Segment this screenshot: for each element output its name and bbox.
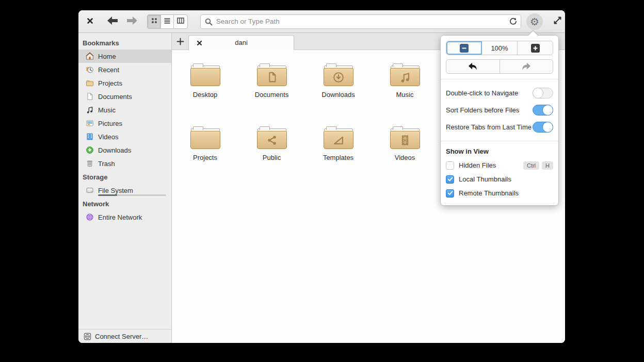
zoom-control: 100%	[446, 41, 553, 55]
recent-icon	[86, 65, 94, 74]
zoom-level-button[interactable]: 100%	[482, 41, 518, 55]
window-close-button[interactable]	[83, 14, 98, 29]
folder-icon	[390, 125, 420, 149]
list-view-button[interactable]	[161, 15, 174, 28]
popover-forward-button[interactable]	[500, 60, 553, 73]
plus-icon	[176, 38, 184, 45]
view-switcher	[147, 14, 187, 29]
hidden-files-checkbox[interactable]	[446, 161, 454, 170]
folder-icon	[257, 62, 287, 86]
zoom-in-button[interactable]	[518, 41, 553, 55]
network-icon	[86, 213, 94, 221]
check-icon	[447, 176, 453, 182]
film-emblem-icon	[398, 134, 412, 147]
folder-icon	[257, 125, 287, 149]
picture-icon	[86, 119, 94, 127]
reload-button[interactable]	[507, 16, 519, 27]
sidebar-item-home[interactable]: Home	[78, 50, 171, 63]
template-emblem-icon	[332, 134, 345, 147]
grid-view-button[interactable]	[148, 15, 160, 28]
grid-view-icon	[150, 17, 158, 27]
option-remote-thumbnails[interactable]: Remote Thumbnails	[446, 186, 553, 200]
remote-thumbnails-checkbox[interactable]	[446, 189, 454, 198]
file-item-desktop[interactable]: Desktop	[172, 57, 238, 120]
document-emblem-icon	[265, 71, 279, 84]
column-view-icon	[176, 17, 185, 27]
option-label: Hidden Files	[459, 161, 496, 169]
sidebar-item-label: Downloads	[98, 146, 131, 154]
option-local-thumbnails[interactable]: Local Thumbnails	[446, 172, 553, 186]
file-item-videos[interactable]: Videos	[372, 120, 438, 183]
settings-popover: 100% Double-click to Navigate Sort Folde…	[440, 35, 559, 206]
film-icon	[86, 133, 94, 141]
file-name: Music	[372, 91, 438, 98]
folder-icon	[190, 125, 220, 149]
sidebar-item-label: Home	[98, 53, 116, 60]
sidebar-item-label: Music	[98, 106, 116, 114]
sidebar-item-file-system[interactable]: File System	[78, 184, 171, 197]
zoom-out-button[interactable]	[446, 41, 482, 55]
folder-icon	[86, 79, 94, 87]
zoom-in-icon	[531, 44, 540, 53]
tab-title: dani	[235, 39, 248, 46]
sidebar-item-downloads[interactable]: Downloads	[78, 143, 171, 157]
sidebar-item-documents[interactable]: Documents	[78, 90, 171, 103]
forward-button[interactable]	[124, 14, 140, 29]
sidebar-item-trash[interactable]: Trash	[78, 157, 171, 170]
file-item-public[interactable]: Public	[238, 120, 305, 183]
sidebar-item-videos[interactable]: Videos	[78, 130, 171, 143]
local-thumbnails-checkbox[interactable]	[446, 175, 454, 184]
sidebar-item-projects[interactable]: Projects	[78, 76, 171, 90]
zoom-level-value: 100%	[491, 44, 508, 52]
file-name: Videos	[372, 154, 438, 161]
search-input[interactable]	[200, 14, 521, 29]
sidebar-item-label: Videos	[98, 133, 119, 141]
file-name: Desktop	[172, 91, 238, 98]
popover-back-button[interactable]	[446, 60, 500, 73]
sidebar-section-network: Network	[78, 197, 171, 210]
key-h: H	[542, 161, 553, 170]
sidebar-item-music[interactable]: Music	[78, 103, 171, 117]
connect-server-button[interactable]: Connect Server…	[78, 329, 171, 343]
file-item-downloads[interactable]: Downloads	[305, 57, 372, 120]
option-hidden-files[interactable]: Hidden Files Ctrl H	[446, 158, 553, 172]
back-button[interactable]	[105, 14, 120, 29]
file-item-templates[interactable]: Templates	[305, 120, 372, 183]
column-view-button[interactable]	[174, 15, 187, 28]
sidebar-item-entire-network[interactable]: Entire Network	[78, 210, 171, 224]
sidebar-item-label: Documents	[98, 93, 132, 101]
file-name: Templates	[305, 154, 372, 161]
file-item-documents[interactable]: Documents	[238, 57, 305, 120]
new-tab-button[interactable]	[172, 33, 188, 50]
sidebar-item-recent[interactable]: Recent	[78, 63, 171, 76]
sidebar-item-label: Trash	[98, 160, 115, 168]
show-in-view-title: Show in View	[446, 146, 553, 158]
folder-icon	[324, 62, 353, 86]
download-emblem-icon	[332, 71, 345, 84]
fullscreen-button[interactable]	[550, 14, 565, 29]
disk-usage-bar	[98, 194, 166, 196]
music-emblem-icon	[398, 71, 412, 84]
setting-label: Sort Folders before Files	[446, 106, 519, 114]
file-item-projects[interactable]: Projects	[172, 120, 238, 183]
settings-button[interactable]: ⚙	[526, 13, 542, 30]
file-item-music[interactable]: Music	[372, 57, 438, 120]
double-click-toggle[interactable]	[533, 88, 553, 98]
download-icon	[86, 146, 94, 154]
sort-folders-toggle[interactable]	[533, 105, 553, 116]
tab-dani[interactable]: dani	[188, 35, 294, 50]
tab-close-button[interactable]	[195, 39, 203, 47]
setting-label: Restore Tabs from Last Time	[446, 123, 532, 131]
separator	[441, 141, 558, 141]
check-icon	[447, 190, 453, 196]
share-emblem-icon	[265, 134, 279, 147]
key-ctrl: Ctrl	[523, 161, 539, 170]
file-name: Public	[238, 154, 305, 161]
setting-restore-tabs: Restore Tabs from Last Time	[446, 119, 553, 136]
sidebar-item-pictures[interactable]: Pictures	[78, 117, 171, 130]
gear-icon: ⚙	[530, 17, 539, 27]
setting-sort-folders: Sort Folders before Files	[446, 102, 553, 119]
toolbar: ⚙	[78, 10, 565, 33]
sidebar-item-label: File System	[98, 187, 133, 194]
restore-tabs-toggle[interactable]	[533, 122, 553, 133]
